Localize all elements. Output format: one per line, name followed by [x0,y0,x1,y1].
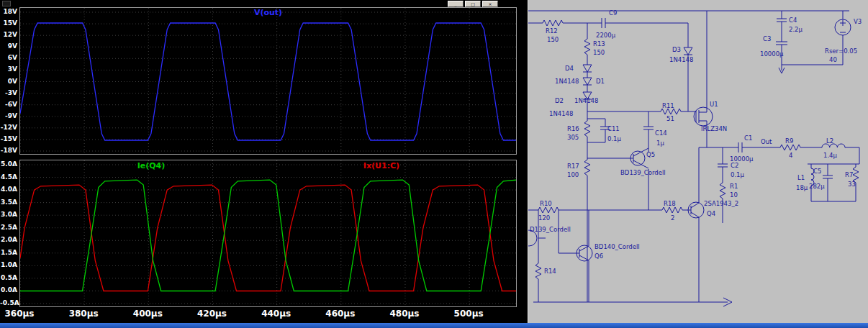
resistor-R14[interactable] [535,263,541,279]
component-label[interactable]: 51 [666,115,674,122]
mosfet-U1[interactable] [694,107,713,126]
resistor-R11[interactable] [661,109,681,114]
resistor-R12[interactable] [543,20,563,26]
resistor-R9[interactable] [780,145,800,150]
capacitor-C4[interactable] [777,19,787,22]
component-label[interactable]: R12 [546,27,558,35]
component-label[interactable]: 2.2µ [789,26,803,33]
component-label[interactable]: V3 [854,18,862,25]
component-label[interactable]: 1µ [656,140,664,147]
component-label[interactable]: R7 [845,171,853,178]
component-label[interactable]: 2200µ [596,32,616,39]
capacitor-C14[interactable] [643,127,654,129]
component-label[interactable]: C2 [731,162,738,169]
component-label[interactable]: C4 [789,17,797,24]
component-label[interactable]: R1 [730,183,738,190]
component-label[interactable]: Q5 [646,151,655,158]
component-label[interactable]: C9 [609,9,617,17]
component-label[interactable]: R14 [544,268,556,275]
waveform-pane-voltage[interactable] [19,7,517,155]
component-label[interactable]: BD140_Cordell [595,243,640,250]
close-button[interactable]: × [482,1,498,7]
component-label[interactable]: 10 [730,191,738,199]
trace-label-ix-u1c[interactable]: Ix(U1:C) [331,161,432,170]
component-label[interactable]: Out [761,138,772,145]
component-label[interactable]: 1N4148 [574,97,598,104]
component-label[interactable]: 2SA1943_2 [704,200,738,207]
component-label[interactable]: Rser=0.05 [825,47,857,55]
component-label[interactable]: 0.1µ [607,135,622,142]
component-label[interactable]: Q6 [595,252,603,260]
diode-D4[interactable] [583,65,592,72]
component-label[interactable]: 305 [567,134,579,141]
component-label[interactable]: R13 [593,40,605,47]
component-label[interactable]: R18 [664,200,676,207]
component-label[interactable]: U1 [710,101,718,108]
component-label[interactable]: C5 [813,168,821,175]
component-label[interactable]: 33 [848,181,856,188]
restore-button[interactable]: □ [465,1,481,7]
component-label[interactable]: 100 [567,171,579,178]
component-label[interactable]: D2 [555,97,564,104]
component-label[interactable]: 1N4148 [669,56,693,63]
waveform-pane-current[interactable] [19,160,517,307]
component-label[interactable]: Q4 [707,210,715,217]
component-label[interactable]: R9 [785,137,793,145]
resistor-R18[interactable] [662,207,682,213]
capacitor-C5[interactable] [823,176,833,178]
component-label[interactable]: L1 [797,174,805,181]
component-label[interactable]: 282µ [809,183,825,190]
resistor-R16[interactable] [584,121,590,137]
capacitor-C9[interactable] [602,18,605,28]
component-label[interactable]: R16 [567,125,579,132]
resistor-R17[interactable] [584,160,590,176]
schematic-canvas[interactable]: R12150C92200µR13150D31N4148D41N4148D1D21… [528,0,868,323]
component-label[interactable]: IRLZ34N [701,125,727,132]
capacitor-C2[interactable] [718,164,728,167]
diode-D1[interactable] [583,78,592,85]
minimize-button[interactable]: _ [448,1,464,7]
component-label[interactable]: D139_Cordell [530,226,571,233]
component-label[interactable]: C1 [744,135,752,142]
component-label[interactable]: 0.1µ [731,171,745,178]
y-tick-label: 15V [0,19,17,27]
trace-label-vout[interactable]: V(out) [19,8,517,17]
x-axis[interactable]: 360µs380µs400µs420µs440µs460µs480µs500µs [0,309,528,321]
background-window-titlebar[interactable] [0,323,868,328]
component-label[interactable]: 2 [671,214,674,222]
component-label[interactable]: L2 [826,137,833,145]
component-label[interactable]: R11 [662,102,674,109]
component-label[interactable]: 40 [829,56,837,63]
diode-D3[interactable] [684,47,692,55]
component-label[interactable]: 1N4148 [549,110,573,117]
component-label[interactable]: C11 [607,125,620,132]
component-label[interactable]: 18µ [796,184,808,191]
component-label[interactable]: BD139_Cordell [620,169,666,176]
component-label[interactable]: C3 [763,35,771,42]
capacitor-C1[interactable] [738,142,742,152]
component-label[interactable]: 1N4148 [555,78,579,85]
component-label[interactable]: 150 [593,49,605,56]
resistor-R13[interactable] [584,39,590,55]
resistor-R1[interactable] [720,183,725,199]
component-label[interactable]: 4 [789,152,792,159]
component-label[interactable]: R10 [540,200,552,207]
capacitor-C3[interactable] [776,42,787,45]
component-label[interactable]: D1 [596,78,605,85]
y-axis-voltage[interactable]: 18V15V12V9V6V3V0V-3V-6V-9V-12V-15V-18V [0,7,18,155]
component-label[interactable]: 150 [547,36,559,43]
component-label[interactable]: R17 [567,163,579,170]
resistor-R10[interactable] [538,207,559,213]
y-tick-label: 6V [0,54,17,61]
component-label[interactable]: D3 [672,46,681,53]
trace-label-ie-q4[interactable]: Ie(Q4) [101,161,202,170]
y-tick-label: 12V [0,31,17,38]
component-label[interactable]: 120 [538,214,550,222]
component-label[interactable]: D4 [565,65,574,72]
component-label[interactable]: 1.4µ [823,152,838,159]
component-label[interactable]: C14 [655,129,667,137]
component-label[interactable]: 10000µ [760,50,784,58]
y-axis-current[interactable]: 5.0A4.5A4.0A3.5A3.0A2.5A2.0A1.5A1.0A0.5A… [0,160,18,307]
wires[interactable] [528,11,859,302]
voltage-source-V3[interactable] [835,19,851,35]
